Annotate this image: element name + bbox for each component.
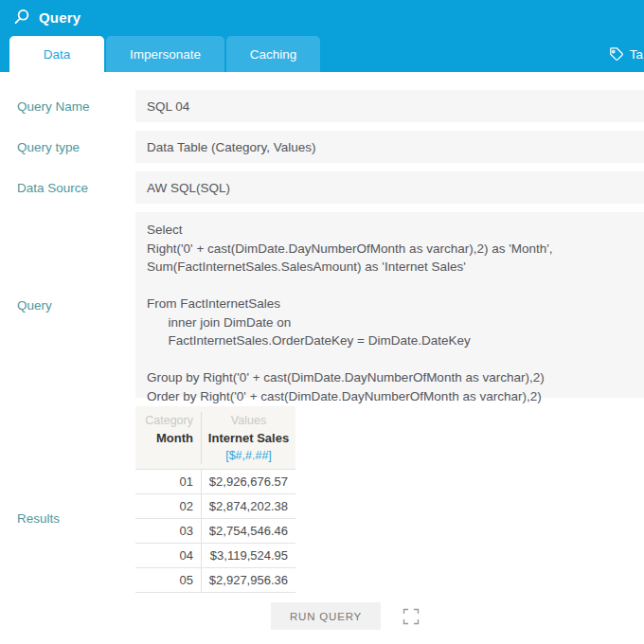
table-row: 04 $3,119,524.95	[135, 544, 295, 568]
query-type-select[interactable]: Data Table (Category, Values)	[135, 131, 644, 163]
table-row: 02 $2,874,202.38	[135, 494, 295, 519]
query-name-row: Query Name SQL 04	[0, 90, 644, 122]
results-row: Results Category Month Values Internet S…	[0, 406, 644, 630]
titlebar: Query	[0, 0, 644, 34]
tab-bar: Data Impersonate Caching Ta	[0, 34, 644, 72]
search-icon	[13, 9, 30, 26]
cell-month: 04	[135, 544, 201, 567]
query-sql-row: Query Select Right('0' + cast(DimDate.Da…	[0, 212, 644, 398]
tag-icon	[608, 46, 624, 63]
results-table-header: Category Month Values Internet Sales [$#…	[135, 406, 295, 470]
data-source-row: Data Source AW SQL(SQL)	[0, 171, 644, 204]
data-source-select[interactable]: AW SQL(SQL)	[135, 171, 644, 204]
column-header-month: Month	[135, 429, 201, 448]
tags-label: Ta	[630, 47, 643, 62]
category-format-placeholder	[135, 448, 201, 464]
group-header-values: Values	[202, 412, 295, 429]
group-header-category: Category	[135, 412, 201, 429]
tab-caching[interactable]: Caching	[226, 36, 320, 72]
query-name-label: Query Name	[0, 99, 135, 114]
cell-month: 02	[135, 494, 201, 518]
results-label: Results	[0, 511, 135, 526]
tab-data[interactable]: Data	[9, 36, 104, 72]
data-source-label: Data Source	[0, 181, 135, 195]
expand-fullscreen-icon[interactable]	[402, 608, 420, 625]
cell-sales: $2,874,202.38	[201, 494, 295, 518]
run-query-button[interactable]: RUN QUERY	[271, 602, 381, 630]
cell-month: 05	[135, 568, 201, 592]
query-sql-label: Query	[0, 298, 135, 313]
values-format-label: [$#,#.##]	[202, 448, 295, 464]
results-table: Category Month Values Internet Sales [$#…	[135, 406, 295, 593]
tags-button[interactable]: Ta	[608, 46, 644, 63]
cell-month: 03	[135, 519, 201, 543]
cell-sales: $2,754,546.46	[201, 519, 295, 543]
page-title: Query	[39, 9, 80, 26]
table-row: 03 $2,754,546.46	[135, 519, 295, 544]
table-row: 05 $2,927,956.36	[135, 568, 295, 593]
query-name-input[interactable]: SQL 04	[135, 90, 644, 122]
query-sql-editor[interactable]: Select Right('0' + cast(DimDate.DayNumbe…	[135, 212, 644, 398]
cell-month: 01	[135, 470, 201, 493]
cell-sales: $3,119,524.95	[201, 544, 295, 567]
tab-impersonate[interactable]: Impersonate	[106, 36, 224, 72]
cell-sales: $2,927,956.36	[201, 568, 295, 592]
actions-row: RUN QUERY	[271, 602, 644, 630]
cell-sales: $2,926,676.57	[201, 470, 295, 493]
query-type-label: Query type	[0, 140, 135, 154]
query-form: Query Name SQL 04 Query type Data Table …	[0, 72, 644, 630]
table-row: 01 $2,926,676.57	[135, 470, 295, 494]
query-type-row: Query type Data Table (Category, Values)	[0, 131, 644, 163]
column-header-internet-sales: Internet Sales	[202, 429, 295, 448]
